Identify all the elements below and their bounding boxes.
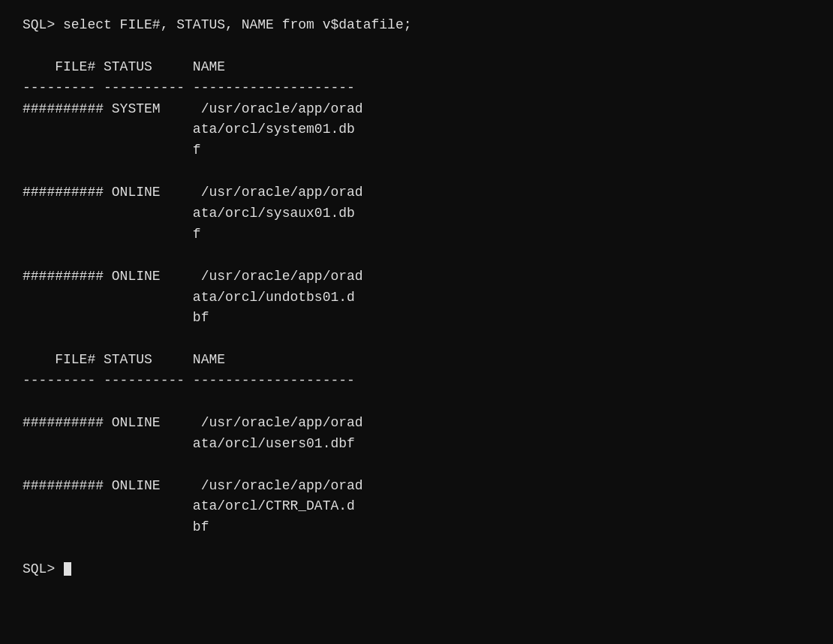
terminal-cursor — [64, 562, 71, 576]
sql-prompt-end[interactable]: SQL> — [23, 561, 63, 576]
row5-name1: ata/orcl/CTRR_DATA.d — [23, 498, 355, 513]
header1-cols: FILE# STATUS NAME — [23, 59, 225, 74]
row2-name2: f — [23, 227, 201, 242]
row1-name1: ata/orcl/system01.db — [23, 122, 355, 137]
terminal-content: SQL> select FILE#, STATUS, NAME from v$d… — [23, 15, 810, 580]
row2-name1: ata/orcl/sysaux01.db — [23, 206, 355, 221]
terminal-window: SQL> select FILE#, STATUS, NAME from v$d… — [0, 0, 833, 644]
row3-name1: ata/orcl/undotbs01.d — [23, 290, 355, 305]
row5-file: ########## ONLINE /usr/oracle/app/orad — [23, 478, 363, 493]
header1-sep: --------- ---------- -------------------… — [23, 80, 355, 95]
header2-sep: --------- ---------- -------------------… — [23, 373, 355, 388]
sql-query: SQL> select FILE#, STATUS, NAME from v$d… — [23, 17, 411, 32]
header2-cols: FILE# STATUS NAME — [23, 352, 225, 367]
row5-name2: bf — [23, 519, 209, 534]
row1-name2: f — [23, 143, 201, 158]
row4-name1: ata/orcl/users01.dbf — [23, 436, 355, 451]
row1-file: ########## SYSTEM /usr/oracle/app/orad — [23, 101, 363, 116]
row3-file: ########## ONLINE /usr/oracle/app/orad — [23, 269, 363, 284]
row2-file: ########## ONLINE /usr/oracle/app/orad — [23, 185, 363, 200]
row4-file: ########## ONLINE /usr/oracle/app/orad — [23, 415, 363, 430]
row3-name2: bf — [23, 310, 209, 325]
